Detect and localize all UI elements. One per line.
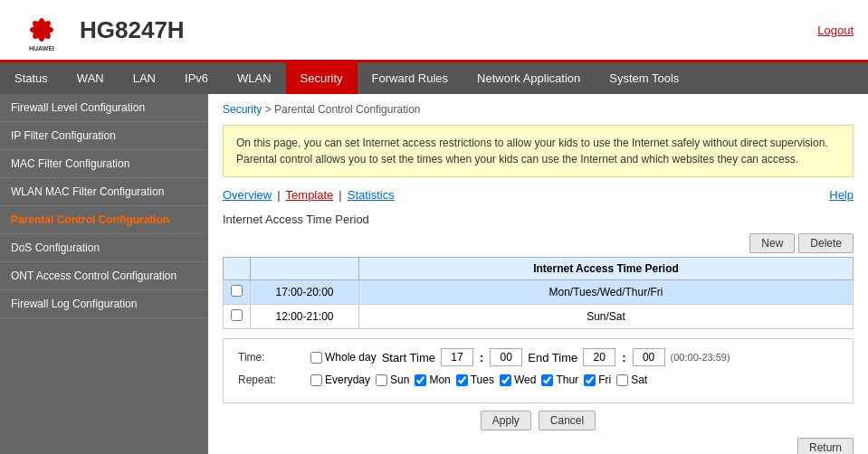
nav-status[interactable]: Status: [0, 62, 62, 94]
checkbox-sun[interactable]: [376, 374, 387, 386]
repeat-controls: Everyday Sun Mon Tues: [310, 374, 647, 386]
table-row-time-2: 12:00-21:00: [251, 305, 359, 329]
tab-sep-1: |: [277, 188, 280, 202]
table-period-header: Internet Access Time Period: [359, 258, 854, 280]
label-sun: Sun: [390, 374, 409, 386]
breadcrumb-page: Parental Control Configuration: [274, 103, 420, 116]
return-row: Return: [223, 438, 854, 454]
whole-day-checkbox[interactable]: [310, 352, 322, 364]
checkbox-tues[interactable]: [456, 374, 468, 386]
label-wed: Wed: [514, 374, 536, 386]
day-wed[interactable]: Wed: [500, 374, 536, 386]
table-row-days-1: Mon/Tues/Wed/Thur/Fri: [359, 280, 854, 305]
end-time-label: End Time: [528, 351, 577, 364]
apply-button[interactable]: Apply: [481, 411, 531, 430]
checkbox-mon[interactable]: [415, 374, 426, 386]
label-fri: Fri: [598, 374, 611, 386]
label-tues: Tues: [471, 374, 494, 386]
checkbox-wed[interactable]: [500, 374, 511, 386]
checkbox-everyday[interactable]: [310, 374, 322, 386]
nav-forward-rules[interactable]: Forward Rules: [358, 62, 463, 94]
breadcrumb-separator: >: [265, 103, 274, 116]
logout-button[interactable]: Logout: [817, 24, 854, 37]
checkbox-sat[interactable]: [616, 374, 628, 386]
label-everyday: Everyday: [325, 374, 370, 386]
help-link[interactable]: Help: [829, 188, 854, 202]
nav-wan[interactable]: WAN: [62, 62, 119, 94]
day-tues[interactable]: Tues: [456, 374, 494, 386]
sidebar-item-dos[interactable]: DoS Configuration: [0, 234, 208, 262]
nav-network-application[interactable]: Network Application: [463, 62, 595, 94]
time-label: Time:: [238, 351, 310, 364]
checkbox-thur[interactable]: [541, 374, 553, 386]
main-nav: Status WAN LAN IPv6 WLAN Security Forwar…: [0, 62, 868, 94]
day-everyday[interactable]: Everyday: [310, 374, 370, 386]
main-layout: Firewall Level Configuration IP Filter C…: [0, 94, 868, 454]
access-time-table: Internet Access Time Period 17:00-20:00 …: [223, 257, 854, 329]
whole-day-text: Whole day: [325, 351, 377, 364]
info-text: On this page, you can set Internet acces…: [236, 137, 828, 166]
table-row-time-1: 17:00-20:00: [251, 280, 359, 305]
header: HUAWEI HG8247H Logout: [0, 0, 868, 62]
sidebar-item-ip-filter[interactable]: IP Filter Configuration: [0, 122, 208, 150]
sidebar-item-mac-filter[interactable]: MAC Filter Configuration: [0, 150, 208, 178]
nav-system-tools[interactable]: System Tools: [595, 62, 693, 94]
table-row-check-1: [224, 280, 251, 305]
sidebar: Firewall Level Configuration IP Filter C…: [0, 94, 208, 454]
return-button[interactable]: Return: [797, 438, 854, 454]
tab-links: Overview | Template | Statistics: [223, 188, 395, 202]
end-hour-input[interactable]: [583, 348, 615, 366]
nav-wlan[interactable]: WLAN: [223, 62, 286, 94]
repeat-label: Repeat:: [238, 374, 310, 386]
label-sat: Sat: [631, 374, 647, 386]
time-row: Time: Whole day Start Time : End Time : …: [238, 348, 838, 366]
day-mon[interactable]: Mon: [415, 374, 450, 386]
table-row-days-2: Sun/Sat: [359, 305, 854, 329]
action-row: Apply Cancel: [223, 411, 854, 430]
cancel-button[interactable]: Cancel: [539, 411, 596, 430]
day-sun[interactable]: Sun: [376, 374, 409, 386]
table-row: 12:00-21:00 Sun/Sat: [224, 305, 854, 329]
button-bar: New Delete: [223, 233, 854, 253]
nav-lan[interactable]: LAN: [119, 62, 170, 94]
start-hour-input[interactable]: [441, 348, 473, 366]
breadcrumb: Security > Parental Control Configuratio…: [223, 103, 854, 116]
device-name: HG8247H: [80, 16, 185, 44]
sidebar-item-ont-access[interactable]: ONT Access Control Configuration: [0, 262, 208, 290]
row-checkbox-1[interactable]: [231, 285, 243, 297]
label-mon: Mon: [429, 374, 450, 386]
nav-security[interactable]: Security: [286, 62, 358, 94]
label-thur: Thur: [556, 374, 578, 386]
svg-text:HUAWEI: HUAWEI: [29, 45, 54, 52]
sidebar-item-wlan-mac-filter[interactable]: WLAN MAC Filter Configuration: [0, 178, 208, 206]
tab-template[interactable]: Template: [286, 188, 334, 202]
time-colon-1: :: [480, 351, 483, 364]
time-controls: Whole day Start Time : End Time : (00:00…: [310, 348, 730, 366]
end-min-input[interactable]: [633, 348, 665, 366]
huawei-logo: HUAWEI: [14, 7, 69, 52]
breadcrumb-security[interactable]: Security: [223, 103, 262, 116]
day-thur[interactable]: Thur: [541, 374, 578, 386]
info-box: On this page, you can set Internet acces…: [223, 125, 854, 177]
new-button[interactable]: New: [749, 233, 795, 253]
checkbox-fri[interactable]: [584, 374, 596, 386]
day-sat[interactable]: Sat: [616, 374, 647, 386]
whole-day-label[interactable]: Whole day: [310, 351, 377, 364]
delete-button[interactable]: Delete: [798, 233, 854, 253]
tab-sep-2: |: [339, 188, 341, 202]
sidebar-item-parental-control[interactable]: Parental Control Configuration: [0, 206, 208, 234]
time-colon-2: :: [622, 351, 625, 364]
nav-ipv6[interactable]: IPv6: [170, 62, 223, 94]
sidebar-item-firewall-log[interactable]: Firewall Log Configuration: [0, 290, 208, 318]
day-fri[interactable]: Fri: [584, 374, 611, 386]
tab-overview[interactable]: Overview: [223, 188, 272, 202]
start-time-label: Start Time: [382, 351, 435, 364]
sidebar-item-firewall-level[interactable]: Firewall Level Configuration: [0, 94, 208, 122]
section-title: Internet Access Time Period: [223, 213, 854, 226]
tab-statistics[interactable]: Statistics: [348, 188, 395, 202]
row-checkbox-2[interactable]: [231, 309, 243, 321]
start-min-input[interactable]: [490, 348, 522, 366]
table-check-header: [224, 258, 251, 280]
content-area: Security > Parental Control Configuratio…: [208, 94, 868, 454]
table-row-check-2: [224, 305, 251, 329]
